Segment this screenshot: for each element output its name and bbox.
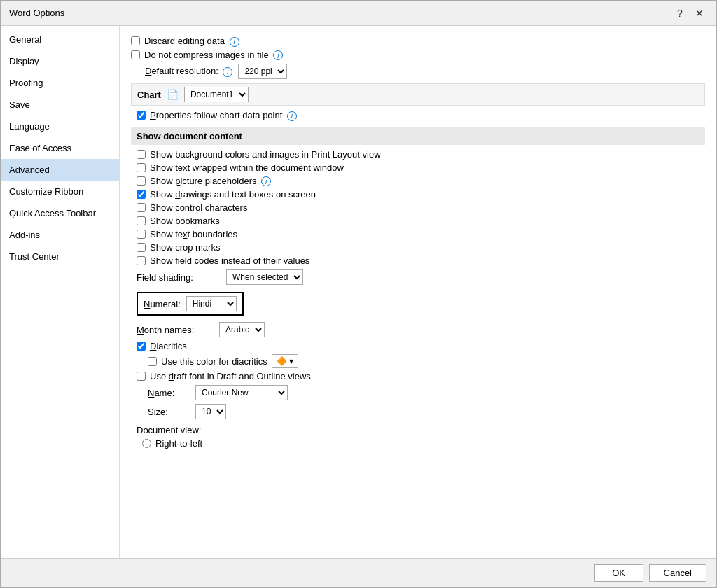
- show-wrapped-row: Show text wrapped within the document wi…: [137, 162, 705, 173]
- show-field-codes-label: Show field codes instead of their values: [150, 255, 309, 266]
- right-to-left-row: Right-to-left: [142, 438, 705, 449]
- compress-info-icon: i: [273, 50, 283, 60]
- default-resolution-row: Default resolution: i 220 ppi 96 ppi 150…: [145, 64, 705, 79]
- show-text-boundaries-row: Show text boundaries: [137, 229, 705, 239]
- title-bar-controls: ? ✕: [671, 5, 708, 22]
- show-control-checkbox[interactable]: [137, 203, 146, 212]
- chart-label: Chart: [137, 90, 161, 100]
- show-crop-label: Show crop marks: [150, 242, 220, 253]
- show-text-boundaries-label: Show text boundaries: [150, 229, 237, 239]
- properties-chart-row: Properties follow chart data point i: [137, 110, 705, 121]
- color-arrow-icon: 🔶 ▾: [277, 356, 293, 366]
- sidebar-item-qat[interactable]: Quick Access Toolbar: [1, 202, 119, 224]
- font-size-row: Size: 10 8 9 11 12: [148, 404, 705, 419]
- show-wrapped-checkbox[interactable]: [137, 163, 146, 172]
- draft-font-label: Use draft font in Draft and Outline view…: [150, 371, 311, 382]
- default-resolution-select[interactable]: 220 ppi 96 ppi 150 ppi 330 ppi: [238, 64, 287, 79]
- draft-font-checkbox[interactable]: [137, 372, 146, 381]
- show-bg-label: Show background colors and images in Pri…: [150, 149, 381, 160]
- draft-font-row: Use draft font in Draft and Outline view…: [137, 371, 705, 382]
- title-bar: Word Options ? ✕: [1, 1, 716, 26]
- show-bookmarks-label: Show bookmarks: [150, 216, 220, 226]
- field-shading-select[interactable]: When selected Never Always: [226, 270, 303, 285]
- show-crop-row: Show crop marks: [137, 242, 705, 253]
- close-button[interactable]: ✕: [691, 5, 708, 22]
- word-options-dialog: Word Options ? ✕ General Display Proofin…: [0, 0, 717, 588]
- resolution-info-icon: i: [223, 67, 232, 77]
- document-view-label: Document view:: [137, 425, 705, 435]
- doc-icon: 📄: [167, 89, 179, 100]
- sidebar-item-save[interactable]: Save: [1, 94, 119, 115]
- font-size-label: Size:: [148, 407, 190, 417]
- sidebar-item-proofing[interactable]: Proofing: [1, 72, 119, 94]
- sidebar-item-language[interactable]: Language: [1, 115, 119, 137]
- cancel-button[interactable]: Cancel: [649, 564, 706, 582]
- properties-chart-checkbox[interactable]: [137, 111, 146, 120]
- numeral-container: Numeral: Hindi Arabic Context System: [137, 289, 705, 318]
- discard-info-icon: i: [230, 37, 239, 47]
- show-wrapped-label: Show text wrapped within the document wi…: [150, 162, 344, 173]
- discard-editing-checkbox[interactable]: [131, 36, 140, 46]
- prop-chart-info-icon: i: [287, 111, 297, 121]
- font-size-select[interactable]: 10 8 9 11 12: [195, 404, 226, 419]
- show-control-label: Show control characters: [150, 202, 247, 213]
- font-name-label: Name:: [148, 388, 190, 398]
- font-name-select[interactable]: Courier New Arial Times New Roman: [195, 385, 288, 400]
- sidebar-item-ease[interactable]: Ease of Access: [1, 137, 119, 159]
- sidebar-item-general[interactable]: General: [1, 29, 119, 50]
- month-names-select[interactable]: Arabic Hindi Hijri: [219, 322, 265, 337]
- color-diacritics-label: Use this color for diacritics: [161, 356, 267, 367]
- show-document-content-header: Show document content: [131, 127, 705, 145]
- show-field-codes-checkbox[interactable]: [137, 256, 146, 265]
- ok-button[interactable]: OK: [594, 564, 643, 582]
- diacritics-row: Diacritics: [137, 341, 705, 351]
- right-to-left-radio[interactable]: [142, 439, 151, 448]
- discard-editing-row: Discard editing data i: [131, 36, 705, 47]
- chart-doc-select[interactable]: Document1: [184, 87, 249, 102]
- discard-editing-label: Discard editing data i: [144, 36, 239, 47]
- show-placeholders-checkbox[interactable]: [137, 176, 146, 186]
- diacritics-checkbox[interactable]: [137, 342, 146, 351]
- dialog-title: Word Options: [9, 8, 64, 18]
- field-shading-label: Field shading:: [137, 272, 221, 283]
- content-area: Discard editing data i Do not compress i…: [120, 26, 716, 558]
- properties-chart-label: Properties follow chart data point i: [150, 110, 297, 121]
- sidebar-item-advanced[interactable]: Advanced: [1, 159, 119, 181]
- sidebar-item-display[interactable]: Display: [1, 50, 119, 72]
- show-crop-checkbox[interactable]: [137, 243, 146, 252]
- show-bg-checkbox[interactable]: [137, 150, 146, 159]
- month-names-label: Month names:: [137, 325, 214, 335]
- do-not-compress-checkbox[interactable]: [131, 50, 140, 59]
- color-diacritics-row: Use this color for diacritics 🔶 ▾: [148, 354, 705, 368]
- help-button[interactable]: ?: [671, 5, 688, 22]
- font-name-row: Name: Courier New Arial Times New Roman: [148, 385, 705, 400]
- chart-row: Chart 📄 Document1: [131, 83, 705, 106]
- show-placeholders-row: Show picture placeholders i: [137, 176, 705, 187]
- placeholders-info-icon: i: [261, 176, 271, 186]
- document-view-container: Document view: Right-to-left: [137, 425, 705, 449]
- sidebar: General Display Proofing Save Language E…: [1, 26, 120, 558]
- sidebar-item-trust[interactable]: Trust Center: [1, 246, 119, 267]
- color-diacritics-checkbox[interactable]: [148, 357, 157, 366]
- dialog-footer: OK Cancel: [1, 558, 716, 587]
- show-drawings-checkbox[interactable]: [137, 190, 146, 199]
- month-names-row: Month names: Arabic Hindi Hijri: [137, 322, 705, 337]
- sidebar-item-ribbon[interactable]: Customize Ribbon: [1, 181, 119, 202]
- numeral-select[interactable]: Hindi Arabic Context System: [186, 296, 237, 312]
- show-placeholders-label: Show picture placeholders i: [150, 176, 271, 187]
- dialog-body: General Display Proofing Save Language E…: [1, 26, 716, 558]
- show-bookmarks-row: Show bookmarks: [137, 216, 705, 226]
- compress-images-row: Do not compress images in file i: [131, 50, 705, 61]
- show-drawings-row: Show drawings and text boxes on screen: [137, 189, 705, 200]
- show-control-row: Show control characters: [137, 202, 705, 213]
- right-to-left-label: Right-to-left: [155, 438, 202, 449]
- default-resolution-label: Default resolution: i: [145, 66, 232, 77]
- show-bookmarks-checkbox[interactable]: [137, 216, 146, 225]
- sidebar-item-addins[interactable]: Add-ins: [1, 224, 119, 246]
- show-drawings-label: Show drawings and text boxes on screen: [150, 189, 316, 200]
- diacritics-label: Diacritics: [150, 341, 187, 351]
- color-swatch[interactable]: 🔶 ▾: [272, 354, 298, 368]
- show-text-boundaries-checkbox[interactable]: [137, 230, 146, 239]
- content-scroll[interactable]: Discard editing data i Do not compress i…: [120, 26, 716, 558]
- show-bg-row: Show background colors and images in Pri…: [137, 149, 705, 160]
